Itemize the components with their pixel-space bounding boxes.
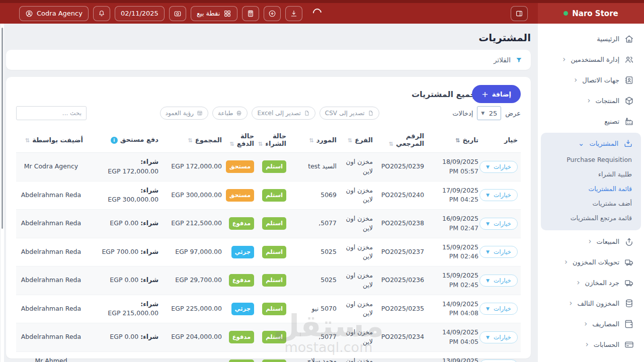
reference-cell: PO2025/0238	[376, 210, 427, 238]
branch-cell: مخزن اون لاين	[340, 295, 376, 323]
supplier-cell: 5077,	[289, 323, 340, 352]
sort-icon[interactable]: ⇅	[230, 141, 234, 147]
sidebar-toggle-button[interactable]	[511, 6, 528, 21]
purchase-status-cell: استلم	[257, 210, 289, 238]
header-added-by[interactable]: أضيفت بواسطة⇅	[16, 127, 86, 153]
grid-icon	[223, 10, 231, 18]
sort-icon[interactable]: ⇅	[309, 137, 313, 144]
card-icon	[624, 340, 634, 349]
row-options-button[interactable]: خيارات▼	[479, 331, 518, 343]
row-options-button[interactable]: خيارات▼	[479, 218, 518, 230]
search-input[interactable]	[16, 106, 87, 120]
sort-icon[interactable]: ⇅	[258, 141, 263, 147]
page-scrollbar[interactable]	[0, 24, 4, 362]
sidebar-item-user-management[interactable]: إدارة المستخدمين ‹	[538, 49, 644, 70]
purchase-status-cell: استلم	[257, 153, 289, 182]
purchase-status-badge: استلم	[262, 359, 286, 362]
purchase-status-badge: استلم	[262, 189, 286, 202]
sidebar-item-sales[interactable]: المبيعات ‹	[538, 231, 644, 252]
date-label: 02/11/2025	[121, 10, 158, 17]
sidebar-item-purchases[interactable]: المشتريات ⌄	[545, 134, 637, 152]
header-reference[interactable]: الرقم المرجعي⇅	[376, 127, 427, 153]
total-cell: EGP 204,000.00	[162, 323, 225, 352]
calculator-button[interactable]	[242, 6, 259, 21]
account-chip[interactable]: Codra Agency	[19, 6, 89, 21]
info-icon[interactable]: i	[111, 137, 118, 144]
sidebar-subitem-0[interactable]: Purchase Requisition	[545, 152, 637, 167]
sidebar-subitem-4[interactable]: قائمة مرتجع المشتريات	[545, 211, 637, 225]
header-option[interactable]: خيار	[481, 127, 521, 153]
row-options-button[interactable]: خيارات▼	[479, 303, 518, 315]
sidebar-item-home[interactable]: الرئيسية	[538, 29, 644, 49]
bell-icon	[98, 10, 106, 18]
store-header: Naro Store	[538, 3, 644, 24]
header-date[interactable]: تاريخ⇅	[427, 127, 481, 153]
table-row: خيارات▼ 17/09/2025PM 04:25 PO2025/0240 م…	[16, 181, 521, 210]
plus-circle-icon	[268, 10, 276, 18]
print-button[interactable]: طباعة	[212, 107, 248, 120]
header-supplier[interactable]: المورد⇅	[289, 127, 340, 153]
sidebar-item-manufacturing[interactable]: تصنيع	[538, 111, 644, 132]
purchases-table: خيار تاريخ⇅ الرقم المرجعي⇅ الفرع⇅ المورد…	[16, 127, 521, 362]
add-button[interactable]: إضافة +	[472, 85, 521, 103]
sidebar-item-products[interactable]: المنتجات ‹	[538, 90, 644, 111]
file-icon	[368, 110, 374, 116]
account-label: Codra Agency	[37, 10, 83, 17]
loading-spinner	[311, 7, 324, 19]
branch-cell: مخزن اون لاين	[340, 181, 376, 210]
sort-icon[interactable]: ⇅	[455, 137, 460, 144]
chevron-left-icon: ‹	[577, 279, 580, 287]
payment-status-badge: مدفوع	[229, 331, 254, 343]
sidebar-item-stocktaking[interactable]: جرد المخازن ‹	[538, 273, 644, 293]
sidebar-subitem-2[interactable]: قائمة المشتريات	[545, 182, 637, 196]
table-row: خيارات▼ 14/09/2025PM 04:08 PO2025/0235 م…	[16, 295, 521, 323]
table-row: خيارات▼ 15/09/2025PM 02:46 PO2025/0237 م…	[16, 238, 521, 266]
header-branch[interactable]: الفرع⇅	[340, 127, 376, 153]
quick-add-button[interactable]	[264, 6, 281, 21]
row-options-button[interactable]: خيارات▼	[479, 189, 518, 201]
sort-icon[interactable]: ⇅	[25, 137, 30, 144]
sidebar-item-damaged-stock[interactable]: المخزون التالف ‹	[538, 293, 644, 314]
plus-icon: +	[481, 89, 488, 99]
date-chip[interactable]: 02/11/2025	[115, 6, 165, 21]
sidebar-subitem-3[interactable]: أضف مشتريات	[545, 196, 637, 211]
reference-cell: PO2025/0237	[376, 238, 427, 266]
column-visibility-button[interactable]: رؤية العمود	[160, 107, 208, 120]
added-by-cell: Abdelrahman Reda	[16, 210, 86, 238]
sort-icon[interactable]: ⇅	[348, 137, 352, 144]
header-payment-status[interactable]: حالة الدفع⇅	[225, 127, 257, 153]
notifications-button[interactable]	[93, 6, 110, 21]
supplier-cell: 5025	[289, 266, 340, 295]
sidebar-item-accounts-2[interactable]: الحسابات	[538, 355, 644, 362]
sort-icon[interactable]: ⇅	[389, 141, 393, 147]
supplier-cell: محمد سلاح سوكاني	[289, 351, 340, 362]
export-csv-button[interactable]: تصدير إلى CSV	[319, 107, 379, 120]
sort-icon[interactable]: ⇅	[188, 137, 193, 144]
pos-button[interactable]: نقطة بيع	[191, 6, 237, 21]
printer-icon	[236, 110, 242, 116]
row-options-button[interactable]: خيارات▼	[479, 246, 518, 258]
row-options-button[interactable]: خيارات▼	[479, 275, 518, 287]
purchases-panel: إضافة + جميع المشتريات عرض 25 ▼ إدخالات	[6, 77, 531, 358]
sidebar-item-stock-transfers[interactable]: تحويلات المخزون ‹	[538, 252, 644, 273]
entries-select[interactable]: 25 ▼	[477, 106, 501, 120]
screenshot-button[interactable]	[169, 6, 186, 21]
row-options-button[interactable]: خيارات▼	[479, 161, 518, 173]
sidebar-item-expenses[interactable]: المصاريف ‹	[538, 314, 644, 334]
header-total[interactable]: المجموع⇅	[162, 127, 225, 153]
sidebar-item-accounts[interactable]: الحسابات ‹	[538, 334, 644, 355]
header-payment-due[interactable]: دفع مستحقi	[86, 127, 162, 153]
filters-bar[interactable]: الفلاتر	[6, 50, 531, 70]
chevron-down-icon: ▼	[486, 164, 490, 169]
header-purchase-status[interactable]: حالة الشراء⇅	[257, 127, 289, 153]
supplier-cell: 5025	[289, 238, 340, 266]
scrollbar-thumb[interactable]	[2, 28, 3, 229]
download-button[interactable]	[285, 6, 302, 21]
row-options-button[interactable]: خيارات▼	[479, 359, 518, 362]
reference-cell: PO2025/0233	[376, 351, 427, 362]
table-row: خيارات▼ 15/09/2025PM 02:45 PO2025/0236 م…	[16, 266, 521, 295]
export-excel-button[interactable]: تصدير إلى Excel	[252, 107, 315, 120]
sidebar-item-contacts[interactable]: جهات الاتصال ‹	[538, 70, 644, 90]
sidebar-subitem-1[interactable]: طلبية الشراء	[545, 167, 637, 182]
sales-icon	[624, 237, 634, 246]
